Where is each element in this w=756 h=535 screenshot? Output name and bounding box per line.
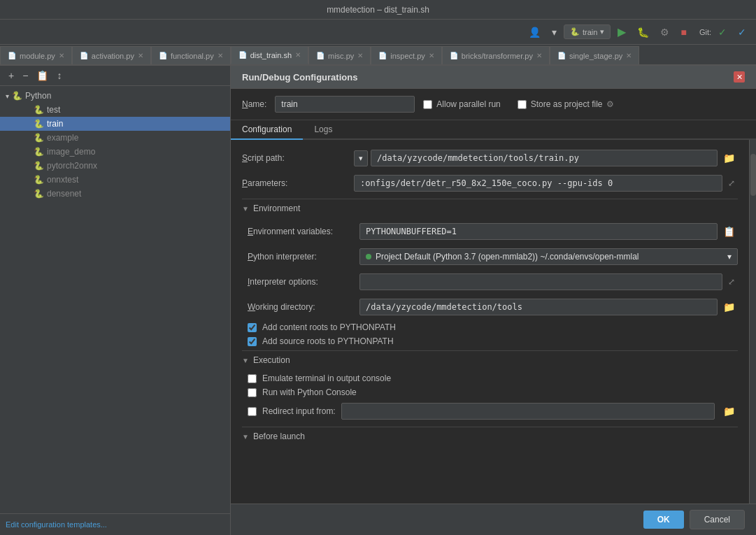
tree-expand-arrow: ▾ <box>6 92 9 100</box>
add-content-roots-row: Add content roots to PYTHONPATH <box>248 322 738 332</box>
tab-single-stage-py[interactable]: 📄 single_stage.py ✕ <box>550 46 639 64</box>
ok-button[interactable]: OK <box>643 511 684 529</box>
scrollbar-thumb[interactable] <box>750 154 756 196</box>
tab-configuration[interactable]: Configuration <box>231 120 303 140</box>
script-path-label: Script path: <box>242 153 354 163</box>
python-interpreter-select[interactable]: Project Default (Python 3.7 (open-mmlab2… <box>359 248 738 265</box>
script-path-type-dropdown[interactable]: ▾ <box>354 150 368 166</box>
redirect-input-path[interactable] <box>341 403 715 420</box>
tab-module-py[interactable]: 📄 module.py ✕ <box>0 46 72 64</box>
tree-item-onnxtest[interactable]: 🐍 onnxtest <box>0 173 230 187</box>
name-row: Name: Allow parallel run Store as projec… <box>231 89 756 120</box>
tab-close[interactable]: ✕ <box>138 52 143 59</box>
tree-item-label: Python <box>25 91 51 101</box>
tab-misc-py[interactable]: 📄 misc.py ✕ <box>308 46 371 64</box>
scrollbar-track[interactable] <box>749 140 756 504</box>
tree-item-densenet[interactable]: 🐍 densenet <box>0 187 230 201</box>
tree-item-label: pytorch2onnx <box>47 161 97 171</box>
tab-close[interactable]: ✕ <box>59 52 64 59</box>
git-check1[interactable]: ✓ <box>714 24 731 41</box>
tab-label: single_stage.py <box>569 52 622 60</box>
python-console-checkbox[interactable] <box>248 388 257 397</box>
python-console-row: Run with Python Console <box>248 387 738 397</box>
parameters-input[interactable] <box>354 175 722 192</box>
tab-close[interactable]: ✕ <box>536 52 542 59</box>
run-btn[interactable]: ▶ <box>613 22 630 41</box>
before-launch-section-header[interactable]: ▼ Before launch <box>242 427 738 445</box>
run-config-dropdown[interactable]: 🐍 train ▾ <box>564 24 611 39</box>
allow-parallel-checkbox[interactable] <box>423 100 432 109</box>
env-vars-input[interactable] <box>359 223 718 240</box>
add-content-roots-checkbox[interactable] <box>248 323 257 332</box>
working-dir-input[interactable] <box>359 299 718 315</box>
debug-btn[interactable]: 🐛 <box>633 24 653 41</box>
emulate-terminal-checkbox[interactable] <box>248 374 257 383</box>
tab-logs[interactable]: Logs <box>303 120 343 140</box>
tab-label: misc.py <box>328 52 354 60</box>
script-path-folder-btn[interactable]: 📁 <box>720 151 738 165</box>
tab-close[interactable]: ✕ <box>429 52 434 59</box>
tab-bricks-transformer-py[interactable]: 📄 bricks/transformer.py ✕ <box>442 46 550 64</box>
script-icon: 🐍 <box>34 161 44 171</box>
redirect-input-row: Redirect input from: 📁 <box>248 401 738 421</box>
interpreter-options-expand-btn[interactable]: ⤢ <box>725 276 738 288</box>
tree-item-pytorch2onnx[interactable]: 🐍 pytorch2onnx <box>0 159 230 173</box>
tree-item-example[interactable]: 🐍 example <box>0 131 230 145</box>
tab-close[interactable]: ✕ <box>295 51 301 59</box>
environment-section-header[interactable]: ▼ Environment <box>242 199 738 217</box>
sidebar: + − 📋 ↕ ▾ 🐍 Python 🐍 test 🐍 train <box>0 66 231 535</box>
tree-group-python[interactable]: ▾ 🐍 Python <box>0 89 230 103</box>
gear-icon[interactable]: ⚙ <box>606 99 614 109</box>
stop-btn[interactable]: ■ <box>676 24 690 41</box>
interpreter-options-field: ⤢ <box>359 273 738 290</box>
tab-icon: 📄 <box>8 52 16 59</box>
tab-activation-py[interactable]: 📄 activation.py ✕ <box>72 46 151 64</box>
tab-close[interactable]: ✕ <box>217 52 223 59</box>
redirect-input-checkbox[interactable] <box>248 407 257 416</box>
profile-btn[interactable]: 👤 <box>525 24 545 41</box>
tree-item-test[interactable]: 🐍 test <box>0 103 230 117</box>
script-icon: 🐍 <box>34 189 44 199</box>
emulate-terminal-row: Emulate terminal in output console <box>248 373 738 383</box>
cancel-button[interactable]: Cancel <box>690 510 745 529</box>
parameters-expand-btn[interactable]: ⤢ <box>725 177 738 190</box>
redirect-input-folder-btn[interactable]: 📁 <box>720 404 738 418</box>
store-project-checkbox[interactable] <box>518 100 527 109</box>
working-dir-folder-btn[interactable]: 📁 <box>720 300 738 314</box>
tab-dist-train-sh[interactable]: 📄 dist_train.sh ✕ <box>231 46 308 64</box>
tree-item-image-demo[interactable]: 🐍 image_demo <box>0 145 230 159</box>
inner-tabs: Configuration Logs <box>231 120 756 140</box>
env-vars-edit-btn[interactable]: 📋 <box>720 224 738 238</box>
env-vars-label: Environment variables: <box>248 227 359 236</box>
main-layout: + − 📋 ↕ ▾ 🐍 Python 🐍 test 🐍 train <box>0 66 756 535</box>
tab-icon: 📄 <box>378 52 387 59</box>
environment-section-label: Environment <box>253 204 300 213</box>
python-interpreter-label: Python interpreter: <box>248 252 359 262</box>
copy-config-btn[interactable]: 📋 <box>34 69 51 83</box>
move-config-btn[interactable]: ↕ <box>54 69 64 83</box>
add-source-roots-checkbox[interactable] <box>248 337 257 346</box>
redirect-input-label: Redirect input from: <box>262 406 336 416</box>
edit-templates-link[interactable]: Edit configuration templates... <box>6 520 107 529</box>
tab-close[interactable]: ✕ <box>357 52 363 59</box>
tab-inspect-py[interactable]: 📄 inspect.py ✕ <box>371 46 442 64</box>
store-project-group: Store as project file ⚙ <box>518 99 615 109</box>
script-path-input[interactable] <box>371 150 718 166</box>
tab-functional-py[interactable]: 📄 functional.py ✕ <box>151 46 231 64</box>
working-dir-row: Working directory: 📁 <box>248 297 738 317</box>
add-config-btn[interactable]: + <box>6 69 17 83</box>
config-scroll-container: Script path: ▾ 📁 Parameters: ⤢ <box>231 140 756 504</box>
script-icon: 🐍 <box>34 119 44 129</box>
dropdown-arrow[interactable]: ▾ <box>548 24 561 41</box>
name-input[interactable] <box>275 96 415 113</box>
coverage-btn[interactable]: ⚙ <box>656 24 673 41</box>
tree-item-train[interactable]: 🐍 train <box>0 117 230 131</box>
remove-config-btn[interactable]: − <box>20 69 31 83</box>
dialog-footer: OK Cancel <box>231 504 756 535</box>
tab-close[interactable]: ✕ <box>626 52 632 59</box>
dialog-close-btn[interactable]: ✕ <box>734 71 745 83</box>
execution-section-header[interactable]: ▼ Execution <box>242 350 738 369</box>
git-check2[interactable]: ✓ <box>734 24 750 41</box>
execution-section-content: Emulate terminal in output console Run w… <box>242 373 738 421</box>
interpreter-options-input[interactable] <box>359 273 722 290</box>
